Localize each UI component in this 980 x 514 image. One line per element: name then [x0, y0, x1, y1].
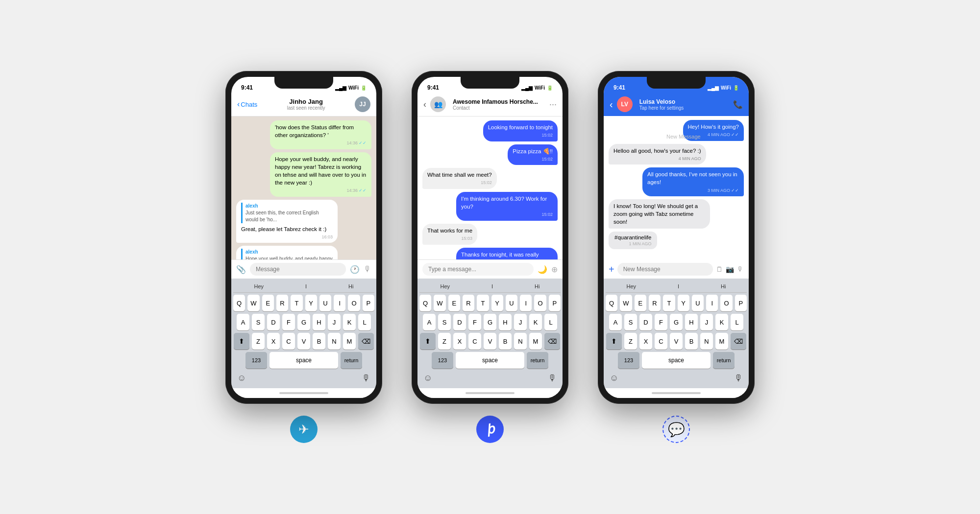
skey-s[interactable]: S	[624, 314, 637, 330]
bkey-p[interactable]: P	[549, 295, 561, 311]
key-g[interactable]: G	[297, 314, 310, 330]
key-x[interactable]: X	[267, 333, 280, 350]
skey-t[interactable]: T	[663, 295, 675, 311]
bkey-l[interactable]: L	[544, 314, 557, 330]
skey-shift[interactable]: ⬆	[606, 333, 622, 350]
suggestion-i[interactable]: I	[305, 283, 307, 289]
key-z[interactable]: Z	[252, 333, 265, 350]
bridge-suggestion-hey[interactable]: Hey	[440, 283, 450, 289]
bkey-h[interactable]: H	[499, 314, 512, 330]
key-space[interactable]: space	[270, 352, 338, 369]
tg-back-button[interactable]: ‹ Chats	[237, 100, 257, 109]
signal-suggestion-hey[interactable]: Hey	[626, 283, 636, 289]
bkey-u[interactable]: U	[506, 295, 517, 311]
bkey-w[interactable]: W	[434, 295, 445, 311]
skey-c[interactable]: C	[655, 333, 667, 350]
skey-m[interactable]: M	[715, 333, 728, 350]
bkey-delete[interactable]: ⌫	[544, 333, 560, 350]
signal-mic-kb-icon[interactable]: 🎙	[734, 373, 743, 383]
bkey-a[interactable]: A	[423, 314, 436, 330]
emoji-keyboard-icon[interactable]: ☺	[237, 373, 246, 383]
skey-e[interactable]: E	[635, 295, 646, 311]
bridge-mic-kb-icon[interactable]: 🎙	[548, 373, 557, 383]
skey-o[interactable]: O	[720, 295, 732, 311]
skey-a[interactable]: A	[609, 314, 622, 330]
signal-emoji-kb-icon[interactable]: ☺	[610, 373, 618, 383]
key-v[interactable]: V	[297, 333, 310, 350]
key-o[interactable]: O	[348, 295, 360, 311]
bkey-e[interactable]: E	[448, 295, 460, 311]
skey-g[interactable]: G	[670, 314, 683, 330]
key-p[interactable]: P	[363, 295, 374, 311]
tg-message-input[interactable]	[250, 263, 346, 276]
key-e[interactable]: E	[262, 295, 274, 311]
skey-num[interactable]: 123	[618, 352, 639, 369]
tg-avatar[interactable]: JJ	[355, 96, 370, 112]
bkey-o[interactable]: O	[534, 295, 546, 311]
bkey-t[interactable]: T	[477, 295, 489, 311]
bridge-more-options[interactable]: ···	[549, 99, 557, 110]
key-u[interactable]: U	[319, 295, 331, 311]
bkey-c[interactable]: C	[468, 333, 481, 350]
key-c[interactable]: C	[282, 333, 295, 350]
skey-space[interactable]: space	[642, 352, 710, 369]
skey-y[interactable]: Y	[678, 295, 689, 311]
bkey-i[interactable]: I	[520, 295, 532, 311]
key-s[interactable]: S	[252, 314, 265, 330]
bkey-y[interactable]: Y	[491, 295, 503, 311]
skey-k[interactable]: K	[715, 314, 728, 330]
skey-w[interactable]: W	[620, 295, 632, 311]
key-r[interactable]: R	[276, 295, 288, 311]
key-i[interactable]: I	[334, 295, 345, 311]
signal-sticker-icon[interactable]: 🗒	[716, 265, 723, 273]
signal-add-button[interactable]: +	[609, 264, 614, 275]
skey-n[interactable]: N	[700, 333, 713, 350]
key-h[interactable]: H	[313, 314, 325, 330]
bkey-s[interactable]: S	[438, 314, 451, 330]
skey-i[interactable]: I	[706, 295, 718, 311]
key-t[interactable]: T	[291, 295, 302, 311]
skey-delete[interactable]: ⌫	[731, 333, 746, 350]
bkey-shift[interactable]: ⬆	[420, 333, 436, 350]
key-delete[interactable]: ⌫	[358, 333, 374, 350]
skey-x[interactable]: X	[639, 333, 652, 350]
key-w[interactable]: W	[247, 295, 259, 311]
bkey-d[interactable]: D	[453, 314, 466, 330]
bridge-add-icon[interactable]: ⊕	[551, 265, 558, 274]
key-f[interactable]: F	[282, 314, 295, 330]
bkey-z[interactable]: Z	[438, 333, 451, 350]
signal-back-button[interactable]: ‹	[610, 99, 613, 110]
bkey-return[interactable]: return	[527, 352, 548, 369]
signal-phone-call-icon[interactable]: 📞	[733, 100, 743, 109]
skey-l[interactable]: L	[731, 314, 743, 330]
key-l[interactable]: L	[358, 314, 371, 330]
bridge-suggestion-i[interactable]: I	[491, 283, 493, 289]
skey-b[interactable]: B	[685, 333, 698, 350]
bkey-r[interactable]: R	[463, 295, 474, 311]
bkey-n[interactable]: N	[514, 333, 527, 350]
signal-message-input[interactable]	[617, 263, 713, 276]
skey-p[interactable]: P	[735, 295, 747, 311]
skey-f[interactable]: F	[655, 314, 667, 330]
key-a[interactable]: A	[237, 314, 249, 330]
key-k[interactable]: K	[343, 314, 356, 330]
bridge-back-arrow[interactable]: ‹	[423, 99, 426, 110]
skey-h[interactable]: H	[685, 314, 698, 330]
skey-r[interactable]: R	[649, 295, 661, 311]
skey-q[interactable]: Q	[606, 295, 617, 311]
key-q[interactable]: Q	[233, 295, 245, 311]
bkey-k[interactable]: K	[529, 314, 542, 330]
key-d[interactable]: D	[267, 314, 280, 330]
key-y[interactable]: Y	[305, 295, 317, 311]
bkey-m[interactable]: M	[529, 333, 542, 350]
skey-v[interactable]: V	[670, 333, 683, 350]
tg-mic-icon[interactable]: 🎙	[364, 265, 371, 274]
bridge-emoji-kb-icon[interactable]: ☺	[423, 373, 432, 383]
bkey-x[interactable]: X	[453, 333, 466, 350]
suggestion-hey[interactable]: Hey	[254, 283, 264, 289]
skey-j[interactable]: J	[700, 314, 713, 330]
signal-mic-icon[interactable]: 🎙	[737, 265, 744, 273]
key-j[interactable]: J	[328, 314, 341, 330]
bkey-b[interactable]: B	[499, 333, 512, 350]
key-b[interactable]: B	[313, 333, 325, 350]
